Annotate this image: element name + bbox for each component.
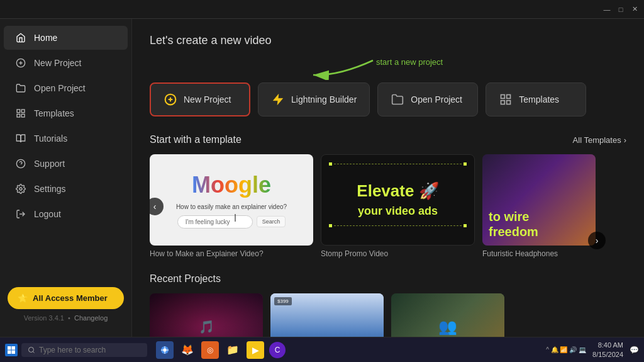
cursor-indicator	[235, 214, 236, 222]
corner-dot	[329, 224, 332, 227]
create-section: Let's create a new video start a new pro…	[150, 34, 626, 116]
moogle-logo: Moogle	[192, 172, 271, 198]
templates-section-header: Start with a template All Templates ›	[150, 134, 626, 145]
sidebar-item-tutorials-label: Tutorials	[34, 133, 67, 144]
close-button[interactable]: ✕	[630, 5, 639, 14]
taskbar-app-icons: 🦊 ◎ 📁 ▶ C	[156, 341, 286, 359]
template-card-moogle[interactable]: Moogle How to easily make an explainer v…	[150, 154, 313, 258]
taskbar-search[interactable]	[21, 343, 147, 357]
svg-rect-20	[8, 346, 11, 350]
new-project-icon	[15, 57, 26, 69]
app4-icon[interactable]: 📁	[224, 341, 242, 359]
recent-section-header: Recent Projects	[150, 273, 626, 285]
svg-rect-22	[8, 350, 11, 354]
sidebar-item-open-project[interactable]: Open Project	[4, 76, 128, 100]
app5-icon[interactable]: ▶	[247, 341, 264, 359]
open-project-button[interactable]: Open Project	[377, 82, 478, 116]
svg-rect-17	[507, 95, 511, 99]
templates-row: ‹ Moogle How to easily make an explainer…	[150, 154, 626, 258]
sidebar-item-home-label: Home	[34, 33, 57, 43]
svg-rect-5	[21, 114, 25, 117]
templates-section-title: Start with a template	[150, 134, 242, 145]
browser-icon[interactable]	[156, 341, 174, 359]
sidebar-item-support-label: Support	[34, 159, 65, 169]
recent-row: 🎵 Hawaii Islands $399	[150, 293, 626, 337]
corner-dot	[464, 224, 467, 227]
lightning-icon	[271, 93, 285, 106]
plus-icon	[164, 93, 177, 106]
minimize-button[interactable]: —	[602, 5, 611, 14]
dashed-line-top	[334, 164, 462, 164]
moogle-card-label: How to Make an Explainer Video?	[150, 249, 313, 258]
changelog-link[interactable]: Changelog	[74, 314, 108, 322]
recent-card-1[interactable]: 🎵	[150, 293, 263, 337]
recent-section-title: Recent Projects	[150, 273, 221, 285]
new-project-button[interactable]: New Project	[150, 82, 250, 116]
svg-rect-6	[17, 114, 20, 117]
sidebar-item-support[interactable]: Support	[4, 152, 128, 176]
taskbar-search-input[interactable]	[39, 346, 133, 354]
templates-section: Start with a template All Templates › ‹ …	[150, 134, 626, 258]
svg-rect-19	[501, 101, 505, 105]
concert-image: 🎵	[199, 319, 214, 334]
sidebar: Home New Project Open Project Templates …	[0, 19, 132, 337]
characters-image: 👥	[438, 318, 457, 336]
corner-dot	[329, 162, 332, 166]
template-card-stomp[interactable]: Elevate 🚀your video ads Stomp Promo Vide…	[321, 154, 475, 258]
stomp-card-label: Stomp Promo Video	[321, 249, 475, 258]
next-arrow-button[interactable]: ›	[588, 232, 606, 249]
lightning-builder-button[interactable]: Lightning Builder	[258, 82, 370, 116]
taskbar-right: ^ 🔔 📶 🔊 💻 8:40 AM 8/15/2024 💬	[546, 341, 639, 359]
chevron-right-icon: ›	[624, 135, 626, 145]
version-info: Version 3.4.1 • Changelog	[8, 314, 124, 322]
svg-rect-23	[12, 350, 16, 354]
corner-dot	[464, 162, 467, 166]
open-project-label: Open Project	[411, 94, 462, 105]
svg-rect-21	[12, 346, 16, 350]
all-access-button[interactable]: ⭐ All Access Member	[8, 287, 124, 309]
app3-icon[interactable]: ◎	[201, 341, 219, 359]
svg-point-9	[19, 188, 22, 190]
new-project-label: New Project	[184, 94, 231, 105]
template-card-futuristic[interactable]: to wirefreedom Futuristic Headphones	[482, 154, 596, 258]
taskbar: 🦊 ◎ 📁 ▶ C ^ 🔔 📶 🔊 💻 8:40 AM 8/15/2024 💬	[0, 337, 644, 362]
action-buttons: New Project Lightning Builder Open Proje…	[150, 82, 626, 116]
lightning-builder-label: Lightning Builder	[291, 94, 357, 105]
sidebar-item-home[interactable]: Home	[4, 26, 128, 50]
svg-rect-4	[21, 110, 25, 113]
grid-icon	[15, 108, 26, 119]
svg-rect-3	[17, 110, 20, 113]
recent-card-3[interactable]: 👥	[391, 293, 504, 337]
sidebar-item-new-project-label: New Project	[34, 58, 81, 68]
recent-projects-section: Recent Projects 🎵 Hawaii Islands	[150, 273, 626, 337]
help-circle-icon	[15, 158, 26, 169]
svg-marker-15	[274, 94, 283, 105]
title-bar: — □ ✕	[0, 0, 644, 19]
home-icon	[15, 32, 26, 43]
sidebar-item-templates[interactable]: Templates	[4, 101, 128, 125]
sidebar-item-logout[interactable]: Logout	[4, 202, 128, 226]
svg-point-27	[163, 348, 166, 351]
dashed-line-bottom	[334, 225, 462, 226]
annotation-arrow	[275, 57, 401, 80]
sidebar-item-new-project[interactable]: New Project	[4, 51, 128, 75]
recent-card-2[interactable]: Hawaii Islands $399	[270, 293, 384, 337]
sidebar-item-open-project-label: Open Project	[34, 83, 86, 93]
sidebar-item-tutorials[interactable]: Tutorials	[4, 127, 128, 150]
moogle-search-bar: I'm feeling lucky Search	[177, 215, 286, 229]
futuristic-card-label: Futuristic Headphones	[482, 249, 596, 258]
sidebar-item-settings-label: Settings	[34, 184, 66, 194]
moogle-subtitle: How to easily make an explainer video?	[176, 203, 287, 210]
firefox-icon[interactable]: 🦊	[179, 341, 196, 359]
notification-icon[interactable]: 💬	[630, 346, 639, 354]
maximize-button[interactable]: □	[616, 5, 625, 14]
windows-icon[interactable]	[5, 344, 18, 356]
sidebar-item-settings[interactable]: Settings	[4, 177, 128, 201]
templates-grid-icon	[499, 93, 513, 106]
create-label: Let's create a new video	[150, 34, 626, 47]
settings-icon	[15, 183, 26, 195]
app6-icon[interactable]: C	[269, 342, 286, 358]
templates-button[interactable]: Templates	[486, 82, 586, 116]
system-tray-icons: ^ 🔔 📶 🔊 💻	[546, 346, 586, 353]
all-templates-link[interactable]: All Templates ›	[573, 135, 626, 145]
